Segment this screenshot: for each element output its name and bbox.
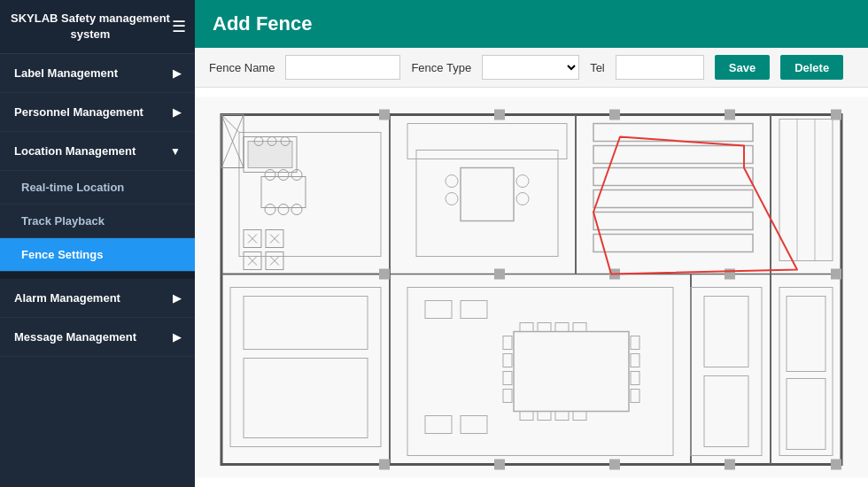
sidebar-item-personnel-management[interactable]: Personnel Management ▶ bbox=[0, 93, 195, 132]
label-management-label: Label Management bbox=[14, 66, 118, 80]
delete-button[interactable]: Delete bbox=[780, 55, 843, 80]
svg-rect-84 bbox=[725, 110, 735, 120]
tel-label: Tel bbox=[590, 61, 605, 74]
personnel-management-arrow: ▶ bbox=[173, 106, 181, 119]
label-management-arrow: ▶ bbox=[173, 67, 181, 80]
svg-rect-85 bbox=[831, 110, 841, 120]
floor-plan-svg bbox=[195, 88, 868, 487]
svg-rect-87 bbox=[494, 269, 505, 280]
main-content: Add Fence Fence Name Fence Type Type 1 T… bbox=[195, 0, 868, 487]
save-button[interactable]: Save bbox=[715, 55, 770, 80]
svg-rect-86 bbox=[379, 269, 390, 280]
menu-icon[interactable]: ☰ bbox=[172, 17, 186, 36]
fence-type-label: Fence Type bbox=[411, 61, 471, 74]
main-header: Add Fence bbox=[195, 0, 868, 48]
tel-input[interactable] bbox=[616, 55, 704, 80]
fence-settings-label: Fence Settings bbox=[21, 248, 103, 261]
alarm-management-label: Alarm Management bbox=[14, 291, 120, 305]
toolbar: Fence Name Fence Type Type 1 Type 2 Tel … bbox=[195, 48, 868, 88]
brand-name: SKYLAB Safety management system bbox=[9, 11, 172, 43]
real-time-location-label: Real-time Location bbox=[21, 181, 124, 194]
personnel-management-label: Personnel Management bbox=[14, 105, 143, 119]
sidebar-item-real-time-location[interactable]: Real-time Location bbox=[0, 171, 195, 205]
message-management-arrow: ▶ bbox=[173, 331, 181, 344]
fence-name-input[interactable] bbox=[285, 55, 400, 80]
track-playback-label: Track Playback bbox=[21, 214, 105, 228]
sidebar: SKYLAB Safety management system ☰ Label … bbox=[0, 0, 195, 487]
svg-rect-93 bbox=[609, 460, 620, 470]
message-management-label: Message Management bbox=[14, 330, 136, 344]
sidebar-item-track-playback[interactable]: Track Playback bbox=[0, 205, 195, 238]
svg-rect-92 bbox=[494, 460, 505, 470]
sidebar-header: SKYLAB Safety management system ☰ bbox=[0, 0, 195, 54]
svg-rect-82 bbox=[494, 110, 505, 120]
fence-type-select[interactable]: Type 1 Type 2 bbox=[482, 55, 579, 80]
sidebar-item-alarm-management[interactable]: Alarm Management ▶ bbox=[0, 279, 195, 318]
fence-name-label: Fence Name bbox=[209, 61, 275, 74]
alarm-management-arrow: ▶ bbox=[173, 292, 181, 305]
svg-rect-94 bbox=[725, 460, 735, 470]
nav-divider bbox=[0, 272, 195, 279]
location-management-arrow: ▼ bbox=[170, 145, 181, 158]
svg-rect-91 bbox=[379, 460, 390, 470]
page-title: Add Fence bbox=[213, 12, 312, 35]
sidebar-item-location-management[interactable]: Location Management ▼ bbox=[0, 132, 195, 171]
sidebar-item-fence-settings[interactable]: Fence Settings bbox=[0, 238, 195, 272]
floor-plan-container[interactable] bbox=[195, 88, 868, 487]
svg-rect-90 bbox=[831, 269, 841, 280]
sidebar-item-label-management[interactable]: Label Management ▶ bbox=[0, 54, 195, 93]
location-management-label: Location Management bbox=[14, 144, 136, 158]
svg-rect-95 bbox=[831, 460, 841, 470]
sidebar-item-message-management[interactable]: Message Management ▶ bbox=[0, 318, 195, 357]
svg-rect-81 bbox=[379, 110, 390, 120]
svg-rect-83 bbox=[609, 110, 620, 120]
